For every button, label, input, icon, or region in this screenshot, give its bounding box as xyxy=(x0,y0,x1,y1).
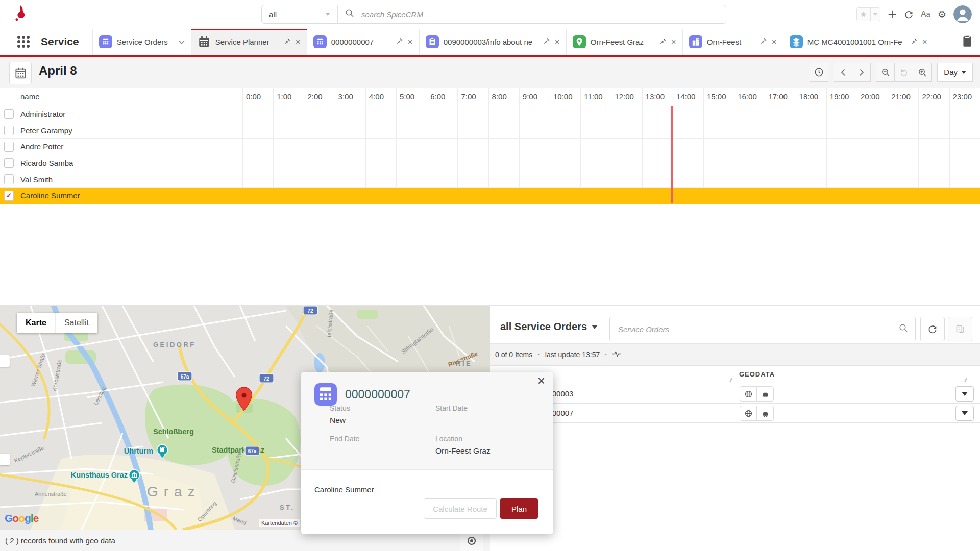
map-type-control: Karte Satellit xyxy=(17,313,97,333)
pin-icon[interactable] xyxy=(283,37,291,47)
tab-label: 0090000003/info about ne xyxy=(444,38,538,46)
close-tab-icon[interactable]: × xyxy=(296,38,301,46)
geodata-buttons xyxy=(740,386,774,402)
app-title: Service xyxy=(41,36,79,48)
close-tab-icon[interactable]: × xyxy=(772,38,777,46)
popup-field-start-date: Start Date xyxy=(435,404,537,425)
tab-mc-mc4001001001-orn-fe[interactable]: MC MC4001001001 Orn-Fe× xyxy=(783,29,934,55)
column-resize-handle[interactable]: // xyxy=(730,378,731,383)
sync-icon[interactable] xyxy=(904,10,914,19)
chevron-left-icon[interactable] xyxy=(834,63,852,82)
timeline-row-administrator[interactable]: Administrator xyxy=(0,106,980,122)
search-scope-select[interactable]: all xyxy=(262,5,338,23)
chevron-right-icon[interactable] xyxy=(852,63,871,82)
tab-label: 0000000007 xyxy=(331,38,391,46)
view-mode-dropdown[interactable]: Day xyxy=(937,63,973,82)
globe-icon[interactable] xyxy=(740,386,757,402)
pin-icon[interactable] xyxy=(543,37,550,47)
gear-icon[interactable]: ⚙ xyxy=(938,9,946,20)
close-tab-icon[interactable]: × xyxy=(555,38,560,46)
favorites-caret-icon[interactable] xyxy=(870,8,880,21)
star-icon[interactable] xyxy=(857,8,870,21)
close-tab-icon[interactable]: × xyxy=(671,38,676,46)
map-label-geidorf: GEIDORF xyxy=(153,341,196,348)
notes-panel-icon[interactable] xyxy=(962,35,973,50)
service-order-row-0090000003[interactable]: 0090000003 xyxy=(490,384,980,404)
row-checkbox[interactable] xyxy=(4,126,14,135)
spicecrm-logo-icon[interactable] xyxy=(10,4,29,24)
activity-pulse-icon[interactable] xyxy=(612,350,621,359)
row-actions-dropdown[interactable] xyxy=(955,406,974,421)
column-resize-handle[interactable]: // xyxy=(965,378,966,383)
tab-0000000007[interactable]: 0000000007× xyxy=(307,29,420,55)
popup-field-location: LocationOrn-Feest Graz xyxy=(435,435,537,456)
text-size-icon[interactable]: Aa xyxy=(921,10,930,19)
close-icon[interactable]: × xyxy=(537,374,545,387)
service-order-row-0000000007[interactable]: 0000000007 xyxy=(490,404,980,423)
tab-label: Orn-Feest Graz xyxy=(591,38,654,46)
calculate-route-button[interactable]: Calculate Route xyxy=(424,498,497,519)
tab-service-orders[interactable]: Service Orders xyxy=(92,29,191,55)
add-icon[interactable] xyxy=(888,10,897,19)
map-type-karte-button[interactable]: Karte xyxy=(17,313,55,333)
current-time-icon[interactable] xyxy=(810,63,828,82)
person-name: Peter Garampy xyxy=(20,122,72,138)
calendar-picker-button[interactable] xyxy=(9,62,32,84)
globe-icon[interactable] xyxy=(740,406,757,421)
map-side-control[interactable] xyxy=(0,355,10,367)
panel-search xyxy=(609,317,916,341)
timeline-row-ricardo-samba[interactable]: Ricardo Samba xyxy=(0,155,980,171)
pin-icon[interactable] xyxy=(760,37,767,47)
chevron-down-icon[interactable] xyxy=(179,37,185,46)
svg-text:72: 72 xyxy=(263,376,270,382)
orders-module-icon xyxy=(313,35,327,48)
user-avatar[interactable] xyxy=(953,5,972,23)
hour-label: 13:00 xyxy=(642,88,673,106)
field-value xyxy=(330,446,432,456)
panel-title: all Service Orders xyxy=(500,321,587,333)
zoom-out-icon[interactable] xyxy=(876,63,895,82)
zoom-in-icon[interactable] xyxy=(913,63,932,82)
plan-button[interactable]: Plan xyxy=(500,498,538,519)
row-checkbox[interactable] xyxy=(4,109,14,119)
planner-date-title: April 8 xyxy=(39,64,77,78)
row-checkbox[interactable]: ✓ xyxy=(4,191,14,201)
car-icon[interactable] xyxy=(756,406,774,421)
row-checkbox[interactable] xyxy=(4,158,14,168)
tab-orn-feest[interactable]: Orn-Feest× xyxy=(683,29,783,55)
pin-icon[interactable] xyxy=(910,37,918,47)
row-checkbox[interactable] xyxy=(4,174,14,184)
hour-label: 7:00 xyxy=(457,88,488,106)
panel-layout-button xyxy=(948,317,972,341)
route-shield: 67a xyxy=(245,446,259,455)
global-search-input[interactable] xyxy=(360,10,719,19)
tab-orn-feest-graz[interactable]: Orn-Feest Graz× xyxy=(567,29,683,55)
car-icon[interactable] xyxy=(756,386,774,402)
favorites-split-button[interactable] xyxy=(856,7,880,21)
timeline-row-caroline-summer[interactable]: ✓Caroline Summer xyxy=(0,188,980,204)
panel-refresh-button[interactable] xyxy=(920,317,945,341)
close-tab-icon[interactable]: × xyxy=(408,38,413,46)
timeline-row-andre-potter[interactable]: Andre Potter xyxy=(0,139,980,155)
hour-label: 20:00 xyxy=(857,88,888,106)
hour-label: 4:00 xyxy=(365,88,396,106)
active-tab-indicator xyxy=(191,29,307,30)
pin-icon[interactable] xyxy=(396,37,403,47)
panel-search-input[interactable] xyxy=(610,325,899,334)
pin-icon[interactable] xyxy=(659,37,667,47)
svg-text:72: 72 xyxy=(307,308,313,314)
tab-service-planner[interactable]: Service Planner× xyxy=(191,29,307,55)
row-actions-dropdown[interactable] xyxy=(955,386,974,402)
close-tab-icon[interactable]: × xyxy=(922,38,927,46)
panel-list-selector[interactable]: all Service Orders xyxy=(500,321,598,333)
tab-0090000003-info-about-ne[interactable]: 0090000003/info about ne× xyxy=(420,29,567,55)
row-checkbox[interactable] xyxy=(4,142,14,152)
undo-icon[interactable] xyxy=(894,63,913,82)
timeline-row-val-smith[interactable]: Val Smith xyxy=(0,171,980,188)
app-launcher-icon[interactable] xyxy=(17,36,30,48)
map-side-control[interactable] xyxy=(0,454,10,465)
map-type-satellit-button[interactable]: Satellit xyxy=(55,313,97,333)
tab-label: Service Orders xyxy=(117,38,174,46)
timeline-row-peter-garampy[interactable]: Peter Garampy xyxy=(0,122,980,139)
chevron-down-icon xyxy=(962,411,968,415)
